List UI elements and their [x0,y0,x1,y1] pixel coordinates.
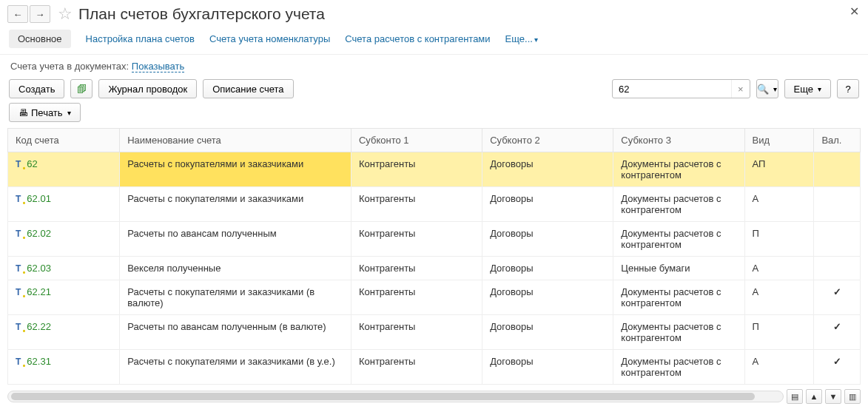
print-button[interactable]: 🖶 Печать ▾ [9,103,81,122]
horizontal-scrollbar[interactable] [7,391,784,402]
cell-sub3: Документы расчетов с контрагентом [613,350,744,385]
account-code: 62.03 [27,263,51,274]
copy-icon: 🗐 [77,84,87,95]
cell-currency: ✓ [814,280,861,315]
doc-accounts-toggle[interactable]: Показывать [132,61,184,72]
cell-kind: П [744,222,814,257]
chevron-down-icon: ▾ [534,36,538,44]
nav-back-button[interactable]: ← [7,5,28,23]
account-name: Расчеты по авансам полученным [120,222,351,257]
tab-more[interactable]: Еще...▾ [505,33,538,44]
account-type-icon: T [16,322,21,332]
cell-sub2: Договоры [482,315,613,350]
account-code: 62 [27,158,37,169]
account-code: 62.02 [27,228,51,239]
account-name: Расчеты с покупателями и заказчиками [120,152,351,187]
account-name: Векселя полученные [120,257,351,280]
col-kind[interactable]: Вид [744,129,814,152]
scroll-up-button[interactable]: ▲ [806,389,822,404]
scroll-bottom-button[interactable]: ▥ [844,389,861,404]
col-sub1[interactable]: Субконто 1 [351,129,482,152]
search-input[interactable] [613,82,731,96]
cell-sub3: Документы расчетов с контрагентом [613,187,744,222]
account-code: 62.21 [27,286,51,297]
table-row[interactable]: T62.31Расчеты с покупателями и заказчика… [8,350,861,385]
cell-sub1: Контрагенты [351,257,482,280]
tab-counterparty-accounts[interactable]: Счета расчетов с контрагентами [345,33,490,44]
search-icon: 🔍 [757,84,769,95]
nav-forward-button[interactable]: → [30,5,50,23]
table-row[interactable]: T62Расчеты с покупателями и заказчикамиК… [8,152,861,187]
col-code[interactable]: Код счета [8,129,120,152]
cell-sub3: Документы расчетов с контрагентом [613,315,744,350]
scroll-top-button[interactable]: ▤ [787,389,803,404]
chevron-down-icon: ▾ [818,85,821,93]
cell-sub2: Договоры [482,152,613,187]
printer-icon: 🖶 [18,107,28,118]
tab-main[interactable]: Основное [9,30,71,48]
cell-kind: А [744,350,814,385]
page-title: План счетов бухгалтерского учета [78,5,325,23]
cell-currency [814,257,861,280]
cell-sub1: Контрагенты [351,187,482,222]
account-code: 62.31 [27,356,51,367]
cell-sub1: Контрагенты [351,222,482,257]
cell-kind: АП [744,152,814,187]
account-name: Расчеты с покупателями и заказчиками (в … [120,280,351,315]
favorite-star-icon[interactable]: ☆ [58,4,73,24]
cell-sub2: Договоры [482,222,613,257]
col-name[interactable]: Наименование счета [120,129,351,152]
account-type-icon: T [16,287,21,297]
scrollbar-thumb[interactable] [11,393,755,400]
arrow-right-icon: → [36,9,45,20]
account-name: Расчеты с покупателями и заказчиками (в … [120,350,351,385]
col-sub3[interactable]: Субконто 3 [613,129,744,152]
account-type-icon: T [16,194,21,204]
cell-kind: П [744,315,814,350]
doc-accounts-label: Счета учета в документах: [10,61,129,72]
cell-kind: А [744,187,814,222]
cell-sub1: Контрагенты [351,350,482,385]
cell-sub2: Договоры [482,280,613,315]
account-type-icon: T [16,159,21,169]
journal-button[interactable]: Журнал проводок [98,79,197,98]
cell-currency: ✓ [814,350,861,385]
tab-plan-settings[interactable]: Настройка плана счетов [86,33,195,44]
cell-sub2: Договоры [482,187,613,222]
account-type-icon: T [16,263,21,274]
cell-sub1: Контрагенты [351,280,482,315]
cell-sub3: Документы расчетов с контрагентом [613,152,744,187]
account-type-icon: T [16,229,21,239]
table-row[interactable]: T62.03Векселя полученныеКонтрагентыДогов… [8,257,861,280]
cell-sub3: Ценные бумаги [613,257,744,280]
table-row[interactable]: T62.22Расчеты по авансам полученным (в в… [8,315,861,350]
tab-nomenclature-accounts[interactable]: Счета учета номенклатуры [209,33,330,44]
create-button[interactable]: Создать [9,79,64,98]
cell-currency [814,222,861,257]
account-name: Расчеты по авансам полученным (в валюте) [120,315,351,350]
col-val[interactable]: Вал. [814,129,861,152]
account-code: 62.01 [27,193,51,204]
table-row[interactable]: T62.02Расчеты по авансам полученнымКонтр… [8,222,861,257]
search-clear-button[interactable]: × [731,80,750,98]
cell-sub3: Документы расчетов с контрагентом [613,280,744,315]
close-button[interactable]: ✕ [850,4,859,18]
description-button[interactable]: Описание счета [203,79,293,98]
account-type-icon: T [16,357,21,367]
cell-currency [814,152,861,187]
col-sub2[interactable]: Субконто 2 [482,129,613,152]
table-row[interactable]: T62.21Расчеты с покупателями и заказчика… [8,280,861,315]
table-row[interactable]: T62.01Расчеты с покупателями и заказчика… [8,187,861,222]
scroll-down-button[interactable]: ▼ [825,389,841,404]
cell-sub3: Документы расчетов с контрагентом [613,222,744,257]
search-run-button[interactable]: 🔍▾ [756,79,778,98]
arrow-left-icon: ← [13,9,23,20]
help-button[interactable]: ? [837,79,859,98]
more-actions-button[interactable]: Еще▾ [784,79,831,98]
search-field-wrap: × [612,79,750,98]
cell-kind: А [744,257,814,280]
cell-sub1: Контрагенты [351,315,482,350]
account-name: Расчеты с покупателями и заказчиками [120,187,351,222]
cell-currency [814,187,861,222]
copy-button[interactable]: 🗐 [70,79,92,98]
